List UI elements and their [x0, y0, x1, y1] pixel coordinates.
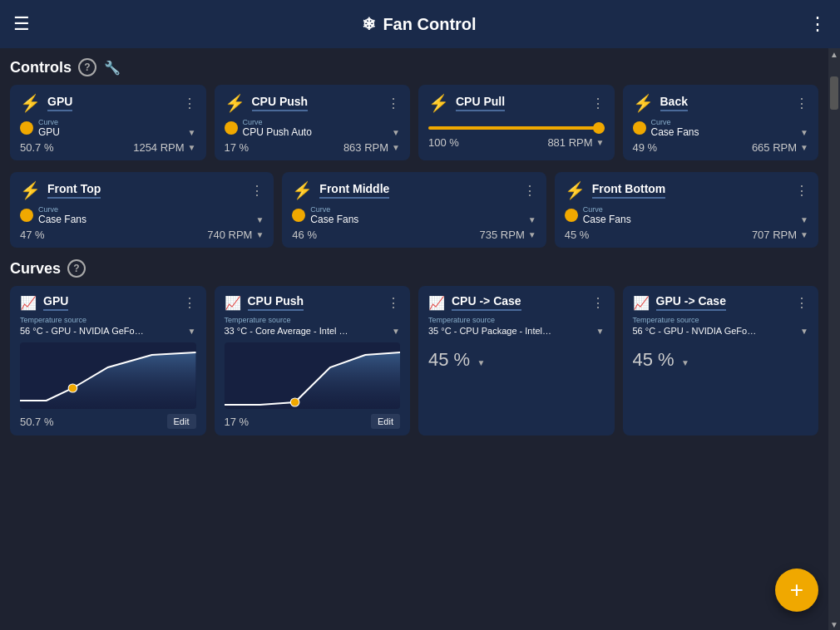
- line-chart-icon-cpu-case: 📈: [428, 295, 445, 311]
- curve-card-cpu-push-title: CPU Push: [248, 294, 304, 311]
- fan-card-cpu-push: ⚡ CPU Push ⋮ Curve CPU Push Auto ▼: [215, 85, 411, 160]
- percent-chevron-cpu-case[interactable]: ▼: [477, 358, 486, 367]
- curve-bottom-gpu: 50.7 % Edit: [20, 414, 196, 429]
- curve-select-front-top[interactable]: Case Fans ▼: [38, 214, 264, 225]
- fan-rpm-gpu: 1254 RPM ▼: [133, 141, 195, 154]
- svg-point-3: [290, 398, 299, 406]
- curve-dot-front-middle: [292, 209, 305, 222]
- fan-card-cpu-push-curve-row: Curve CPU Push Auto ▼: [225, 118, 401, 138]
- curve-percent-cpu-case: 45 %: [428, 349, 470, 370]
- temp-source-gpu[interactable]: 56 °C - GPU - NVIDIA GeForce GT› ▼: [20, 326, 196, 336]
- curve-card-cpu-push: 📈 CPU Push ⋮ Temperature source 33 °C - …: [215, 286, 411, 436]
- curve-card-gpu: 📈 GPU ⋮ Temperature source 56 °C - GPU -…: [10, 286, 206, 436]
- chevron-down-icon: ▼: [188, 128, 196, 137]
- curve-dot-front-top: [20, 209, 33, 222]
- fan-card-gpu-header: ⚡ GPU ⋮: [20, 93, 196, 113]
- fan-percent-back: 49 %: [633, 141, 658, 154]
- edit-button-cpu-push[interactable]: Edit: [371, 414, 400, 429]
- temp-chevron-gpu-case: ▼: [800, 327, 808, 336]
- chevron-down-icon: ▼: [392, 128, 400, 137]
- fan-rpm-back: 665 RPM ▼: [752, 141, 808, 154]
- controls-settings-button[interactable]: 🔧: [103, 58, 121, 76]
- line-chart-icon-cpu-push: 📈: [225, 295, 241, 311]
- fan-card-front-middle-title: Front Middle: [319, 182, 389, 199]
- rpm-chevron-front-bottom[interactable]: ▼: [800, 230, 808, 239]
- temp-source-gpu-case[interactable]: 56 °C - GPU - NVIDIA GeForce GT› ▼: [633, 326, 809, 336]
- rpm-chevron-cpu-pull[interactable]: ▼: [596, 138, 605, 147]
- fan-card-back-curve-row: Curve Case Fans ▼: [633, 118, 809, 138]
- main-area: Controls ? 🔧 ⚡ GPU ⋮ Cu: [0, 48, 840, 630]
- curve-card-gpu-title: GPU: [43, 294, 68, 311]
- fan-icon: ❄: [362, 14, 376, 34]
- content-area: Controls ? 🔧 ⚡ GPU ⋮ Cu: [0, 48, 828, 630]
- rpm-chevron-front-top[interactable]: ▼: [255, 230, 264, 239]
- rpm-chevron-front-middle[interactable]: ▼: [528, 230, 536, 239]
- chart-gpu: [20, 342, 196, 409]
- curve-card-gpu-case-more[interactable]: ⋮: [795, 295, 808, 311]
- temp-chevron-gpu: ▼: [188, 327, 196, 336]
- curve-dot-gpu: [20, 121, 33, 135]
- edit-button-gpu[interactable]: Edit: [167, 414, 196, 429]
- fan-card-front-middle-more[interactable]: ⋮: [523, 183, 536, 199]
- fan-card-gpu: ⚡ GPU ⋮ Curve GPU ▼ 50: [10, 85, 206, 160]
- fan-card-gpu-title: GPU: [47, 95, 72, 111]
- speedo-icon-back: ⚡: [633, 93, 654, 113]
- speedo-icon-front-middle: ⚡: [292, 180, 313, 200]
- percent-chevron-gpu-case[interactable]: ▼: [681, 358, 689, 367]
- fan-percent-front-middle: 46 %: [292, 229, 317, 241]
- speedo-icon-cpu-push: ⚡: [225, 93, 245, 113]
- fan-rpm-cpu-push: 863 RPM ▼: [343, 141, 400, 154]
- fan-card-gpu-more[interactable]: ⋮: [183, 96, 196, 111]
- temp-chevron-cpu-case: ▼: [596, 327, 605, 336]
- curve-card-cpu-case-more[interactable]: ⋮: [591, 295, 605, 311]
- cpu-pull-slider-row: [428, 118, 605, 133]
- add-button[interactable]: +: [775, 568, 818, 612]
- svg-point-1: [68, 384, 77, 392]
- chevron-down-icon: ▼: [255, 215, 264, 224]
- curves-grid: 📈 GPU ⋮ Temperature source 56 °C - GPU -…: [10, 286, 818, 436]
- curve-percent-cpu-push: 17 %: [225, 416, 250, 428]
- header-more-button[interactable]: ⋮: [808, 13, 827, 35]
- curve-card-gpu-more[interactable]: ⋮: [183, 295, 196, 311]
- scrollbar: ▲ ▼: [828, 48, 840, 630]
- curve-dot-back: [633, 121, 646, 135]
- fan-card-back-more[interactable]: ⋮: [795, 96, 808, 111]
- curve-select-gpu[interactable]: GPU ▼: [38, 126, 196, 138]
- rpm-chevron-back[interactable]: ▼: [800, 143, 808, 152]
- fan-rpm-front-middle: 735 RPM ▼: [480, 229, 536, 241]
- fan-card-front-top-title: Front Top: [47, 182, 101, 199]
- curves-help-button[interactable]: ?: [67, 259, 86, 278]
- curves-label: Curves: [10, 260, 61, 278]
- controls-row-1: ⚡ GPU ⋮ Curve GPU ▼ 50: [10, 85, 818, 160]
- fan-card-cpu-push-more[interactable]: ⋮: [387, 96, 400, 111]
- fan-card-front-bottom-more[interactable]: ⋮: [795, 183, 808, 199]
- fan-card-cpu-pull-title: CPU Pull: [456, 95, 505, 111]
- fan-card-back-title: Back: [660, 95, 688, 111]
- rpm-chevron-gpu[interactable]: ▼: [188, 143, 196, 152]
- curve-select-back[interactable]: Case Fans ▼: [651, 126, 809, 138]
- fan-card-front-top-more[interactable]: ⋮: [250, 183, 264, 199]
- fan-percent-cpu-pull: 100 %: [428, 136, 459, 149]
- fan-card-front-middle: ⚡ Front Middle ⋮ Curve Case Fans ▼: [282, 172, 546, 248]
- fan-card-back-header: ⚡ Back ⋮: [633, 93, 809, 113]
- fan-stats-back: 49 % 665 RPM ▼: [633, 141, 809, 154]
- curve-card-gpu-case: 📈 GPU -> Case ⋮ Temperature source 56 °C…: [623, 286, 819, 436]
- curve-percent-gpu-case: 45 %: [633, 349, 674, 370]
- chevron-down-icon: ▼: [800, 128, 808, 137]
- curve-select-cpu-push[interactable]: CPU Push Auto ▼: [243, 126, 401, 138]
- curve-select-front-bottom[interactable]: Case Fans ▼: [583, 214, 808, 225]
- rpm-chevron-cpu-push[interactable]: ▼: [392, 143, 400, 152]
- fan-card-back: ⚡ Back ⋮ Curve Case Fans ▼: [623, 85, 819, 160]
- controls-help-button[interactable]: ?: [78, 58, 96, 76]
- temp-source-cpu-case[interactable]: 35 °C - CPU Package - Intel Core i› ▼: [428, 326, 605, 336]
- scroll-down-button[interactable]: ▼: [828, 618, 840, 630]
- scroll-up-button[interactable]: ▲: [828, 48, 840, 60]
- curve-select-front-middle[interactable]: Case Fans ▼: [310, 214, 536, 225]
- fan-card-cpu-pull-more[interactable]: ⋮: [591, 96, 605, 111]
- curve-card-cpu-push-more[interactable]: ⋮: [387, 295, 400, 311]
- temp-chevron-cpu-push: ▼: [392, 327, 400, 336]
- temp-source-cpu-push[interactable]: 33 °C - Core Average - Intel Core i› ▼: [225, 326, 401, 336]
- hamburger-menu-button[interactable]: ☰: [13, 13, 30, 35]
- cpu-pull-slider[interactable]: [428, 126, 605, 130]
- scrollbar-thumb[interactable]: [830, 76, 838, 110]
